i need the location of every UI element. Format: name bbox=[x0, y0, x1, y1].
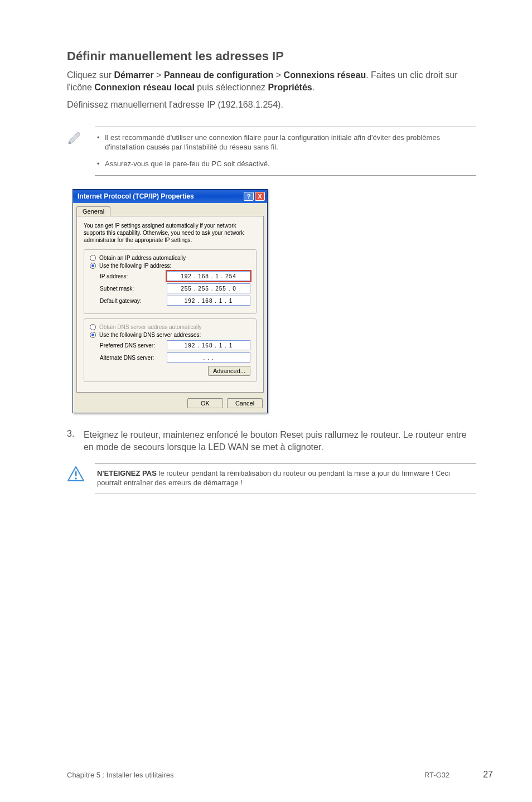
text: . bbox=[312, 83, 315, 92]
radio-use-dns[interactable]: Use the following DNS server addresses: bbox=[90, 332, 250, 338]
intro-paragraph-1: Cliquez sur Démarrer > Panneau de config… bbox=[67, 69, 476, 93]
default-gateway-label: Default gateway: bbox=[100, 298, 142, 304]
radio-label: Use the following DNS server addresses: bbox=[99, 332, 201, 338]
text: Cliquez sur bbox=[67, 70, 114, 80]
menu-start: Démarrer bbox=[114, 70, 153, 80]
radio-label: Use the following IP address: bbox=[99, 263, 171, 269]
text: puis sélectionnez bbox=[195, 83, 268, 92]
page-footer: Chapitre 5 : Installer les utilitaires R… bbox=[67, 770, 493, 780]
subnet-mask-input[interactable]: 255 . 255 . 255 . 0 bbox=[167, 283, 250, 293]
menu-control-panel: Panneau de configuration bbox=[164, 70, 273, 80]
tcpip-properties-dialog: Internet Protocol (TCP/IP) Properties ? … bbox=[72, 189, 268, 413]
footer-model: RT-G32 bbox=[424, 771, 449, 779]
alternate-dns-label: Alternate DNS server: bbox=[100, 355, 154, 361]
dns-group: Obtain DNS server address automatically … bbox=[84, 318, 257, 382]
default-gateway-input[interactable]: 192 . 168 . 1 . 1 bbox=[167, 296, 250, 306]
ok-button[interactable]: OK bbox=[187, 398, 223, 408]
dialog-titlebar[interactable]: Internet Protocol (TCP/IP) Properties ? … bbox=[73, 190, 267, 203]
step-3: 3. Eteignez le routeur, maintenez enfonc… bbox=[67, 429, 476, 453]
warning-emphasis: N'ETEIGNEZ PAS bbox=[97, 469, 157, 477]
text: > bbox=[154, 70, 164, 80]
ip-address-label: IP address: bbox=[100, 273, 128, 279]
cancel-button[interactable]: Cancel bbox=[227, 398, 263, 408]
dialog-title: Internet Protocol (TCP/IP) Properties bbox=[78, 192, 194, 200]
radio-obtain-dns: Obtain DNS server address automatically bbox=[90, 324, 250, 330]
intro-paragraph-2: Définissez manuellement l'adresse IP (19… bbox=[67, 99, 476, 111]
svg-rect-0 bbox=[75, 471, 77, 476]
radio-label: Obtain an IP address automatically bbox=[99, 255, 186, 261]
warning-block: N'ETEIGNEZ PAS le routeur pendant la réi… bbox=[67, 463, 476, 494]
properties-label: Propriétés bbox=[268, 83, 312, 92]
advanced-button[interactable]: Advanced... bbox=[208, 366, 250, 376]
radio-icon bbox=[90, 255, 96, 261]
note-item: Assurez-vous que le pare-feu du PC soit … bbox=[97, 159, 474, 169]
svg-point-1 bbox=[75, 477, 77, 480]
footer-page-number: 27 bbox=[483, 770, 493, 780]
note-item: Il est recommandé d'utiliser une connexi… bbox=[97, 133, 474, 152]
radio-obtain-ip[interactable]: Obtain an IP address automatically bbox=[90, 255, 250, 261]
radio-icon bbox=[90, 263, 96, 269]
help-button[interactable]: ? bbox=[244, 192, 254, 201]
menu-network-connections: Connexions réseau bbox=[284, 70, 366, 80]
preferred-dns-input[interactable]: 192 . 168 . 1 . 1 bbox=[167, 340, 250, 350]
subnet-mask-label: Subnet mask: bbox=[100, 286, 134, 292]
lan-connection: Connexion réseau local bbox=[94, 83, 195, 92]
close-button[interactable]: X bbox=[255, 192, 265, 201]
radio-icon bbox=[90, 324, 96, 330]
alternate-dns-input[interactable]: . . . bbox=[167, 352, 250, 363]
section-heading: Définir manuellement les adresses IP bbox=[67, 49, 476, 64]
pencil-icon bbox=[67, 137, 84, 146]
warning-icon bbox=[67, 475, 85, 484]
dialog-explain-text: You can get IP settings assigned automat… bbox=[84, 222, 257, 244]
preferred-dns-label: Preferred DNS server: bbox=[100, 342, 155, 349]
step-number: 3. bbox=[67, 429, 84, 453]
radio-icon bbox=[90, 332, 96, 338]
footer-chapter: Chapitre 5 : Installer les utilitaires bbox=[67, 771, 173, 779]
note-block: Il est recommandé d'utiliser une connexi… bbox=[67, 127, 476, 176]
ip-address-input[interactable]: 192 . 168 . 1 . 254 bbox=[167, 271, 250, 281]
tab-general[interactable]: General bbox=[76, 206, 110, 216]
text: > bbox=[273, 70, 283, 80]
radio-use-ip[interactable]: Use the following IP address: bbox=[90, 263, 250, 269]
radio-label: Obtain DNS server address automatically bbox=[99, 324, 201, 330]
step-text: Eteignez le routeur, maintenez enfoncé l… bbox=[84, 429, 476, 453]
ip-address-group: Obtain an IP address automatically Use t… bbox=[84, 249, 257, 314]
